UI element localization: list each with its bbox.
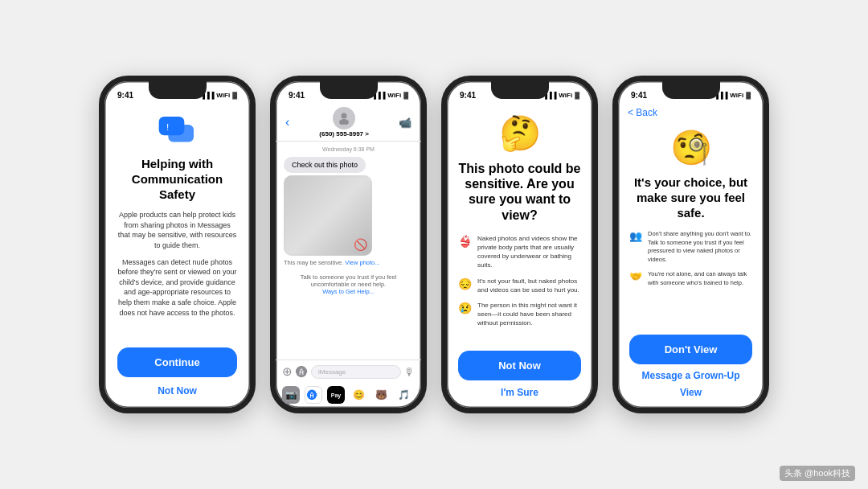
- music-icon[interactable]: 🎵: [395, 386, 412, 404]
- message-bubble-wrap: Check out this photo 🚫 This may be sensi…: [284, 157, 413, 266]
- apple-pay-icon[interactable]: Pay: [327, 386, 345, 404]
- time-2: 9:41: [289, 91, 305, 100]
- camera-icon[interactable]: ⊕: [282, 364, 293, 379]
- advice-item-1: 👥 Don't share anything you don't want to…: [629, 230, 752, 264]
- phone1-body1: Apple products can help protect kids fro…: [117, 210, 237, 250]
- warning-text-2: It's not your fault, but naked photos an…: [477, 277, 581, 294]
- warning-emoji-1: 👙: [458, 235, 472, 248]
- app-icon-wrap: !: [158, 115, 198, 149]
- messages-app-strip: 📷 🅐 Pay 😊 🐻 🎵: [276, 383, 421, 408]
- message-input[interactable]: iMessage: [311, 365, 401, 379]
- status-icons-4: ▐▐▐ WiFi ▓: [714, 92, 751, 99]
- battery-icon: ▓: [232, 92, 237, 99]
- warning-item-2: 😔 It's not your fault, but naked photos …: [458, 277, 581, 294]
- wifi-icon-2: WiFi: [387, 92, 401, 99]
- messages-nav: ‹ (650) 555-8997 > 📹: [276, 104, 421, 142]
- warning-text-1: Naked photos and videos show the private…: [477, 234, 581, 270]
- emoji-icon[interactable]: 😊: [350, 386, 367, 404]
- svg-text:🅐: 🅐: [307, 389, 317, 401]
- phone4-buttons: Don't View Message a Grown-Up View: [629, 335, 752, 398]
- advice-item-2: 🤝 You're not alone, and can always talk …: [629, 270, 752, 287]
- camera-app-icon[interactable]: 📷: [282, 386, 300, 404]
- video-call-icon[interactable]: 📹: [399, 117, 411, 129]
- audio-icon[interactable]: 🎙: [404, 366, 415, 378]
- message-photo[interactable]: 🚫: [284, 175, 372, 256]
- contact-info: (650) 555-8997 >: [319, 107, 369, 138]
- not-now-button-1[interactable]: Not Now: [158, 385, 197, 397]
- wifi-icon-3: WiFi: [559, 92, 572, 99]
- advice-emoji-2: 🤝: [629, 270, 642, 282]
- watermark: 头条 @hook科技: [780, 466, 855, 481]
- notch-4: [662, 81, 720, 99]
- warning-text-3: The person in this might not want it see…: [477, 301, 581, 328]
- status-icons-3: ▐▐▐ WiFi ▓: [542, 92, 579, 99]
- im-sure-button[interactable]: I'm Sure: [501, 387, 538, 398]
- advice-text-1: Don't share anything you don't want to. …: [648, 230, 752, 264]
- messages-toolbar: ⊕ 🅐 iMessage 🎙: [276, 360, 421, 383]
- phone4-nav: < Back: [618, 104, 764, 121]
- phone1-title: Helping with Communication Safety: [117, 157, 237, 202]
- appstore-icon[interactable]: 🅐: [305, 386, 322, 404]
- phone1-content-wrap: ! Helping with Communication Safety Appl…: [104, 104, 250, 408]
- notch-1: [149, 81, 207, 99]
- warning-item-1: 👙 Naked photos and videos show the priva…: [458, 234, 581, 270]
- message-grownup-button[interactable]: Message a Grown-Up: [629, 370, 752, 381]
- phone3-buttons: Not Now I'm Sure: [458, 351, 581, 398]
- wifi-icon-4: WiFi: [730, 92, 743, 99]
- warning-item-3: 😢 The person in this might not want it s…: [458, 301, 581, 328]
- contact-avatar: [333, 107, 355, 129]
- phone1-body2: Messages can detect nude photos before t…: [117, 257, 237, 318]
- message-bubble: Check out this photo: [284, 157, 366, 173]
- monocle-emoji: 🧐: [670, 128, 712, 167]
- view-photo-link[interactable]: View photo...: [345, 259, 379, 266]
- battery-icon-4: ▓: [746, 92, 751, 99]
- phone-2: 9:41 ▐▐▐ WiFi ▓ ‹ (650) 555-8997 > 📹: [270, 76, 427, 413]
- avatar-icon: [338, 112, 350, 125]
- phone-4: 9:41 ▐▐▐ WiFi ▓ < Back 🧐 It's your choic…: [612, 76, 769, 413]
- continue-button[interactable]: Continue: [117, 347, 237, 377]
- battery-icon-2: ▓: [403, 92, 408, 99]
- help-note: Talk to someone you trust if you feel un…: [284, 273, 413, 295]
- notch-2: [320, 81, 378, 99]
- status-icons-1: ▐▐▐ WiFi ▓: [200, 92, 237, 99]
- status-icons-2: ▐▐▐ WiFi ▓: [371, 92, 408, 99]
- view-button[interactable]: View: [629, 387, 752, 398]
- phone3-title: This photo could be sensitive. Are you s…: [458, 161, 581, 223]
- battery-icon-3: ▓: [575, 92, 579, 99]
- svg-rect-1: [168, 125, 194, 142]
- warning-list: 👙 Naked photos and videos show the priva…: [458, 234, 581, 351]
- apps-icon[interactable]: 🅐: [296, 365, 308, 379]
- notch-3: [491, 81, 549, 99]
- time-3: 9:41: [460, 91, 476, 100]
- thinking-emoji: 🤔: [499, 113, 541, 153]
- svg-point-3: [342, 113, 347, 119]
- not-now-button-3[interactable]: Not Now: [458, 351, 581, 380]
- sensitive-note: This may be sensitive. View photo...: [284, 259, 380, 266]
- back-arrow-icon[interactable]: ‹: [285, 115, 289, 129]
- phone4-title: It's your choice, but make sure you feel…: [629, 175, 752, 220]
- time-1: 9:41: [117, 91, 133, 100]
- messages-safety-icon: !: [158, 115, 198, 146]
- warning-emoji-2: 😔: [458, 277, 472, 290]
- advice-list: 👥 Don't share anything you don't want to…: [629, 230, 752, 327]
- dont-view-button[interactable]: Don't View: [629, 335, 752, 364]
- main-container: 9:41 ▐▐▐ WiFi ▓ ! Helping with Communica…: [75, 60, 793, 429]
- ways-to-help-link[interactable]: Ways to Get Help...: [322, 288, 375, 295]
- phone-3: 9:41 ▐▐▐ WiFi ▓ 🤔 This photo could be se…: [441, 76, 598, 413]
- back-button-4[interactable]: < Back: [628, 107, 657, 118]
- phone3-main: 🤔 This photo could be sensitive. Are you…: [447, 104, 592, 408]
- messages-body: Wednesday 6:38 PM Check out this photo 🚫…: [276, 142, 421, 360]
- memoji-icon[interactable]: 🐻: [372, 386, 390, 404]
- svg-text:!: !: [166, 121, 168, 132]
- warning-emoji-3: 😢: [458, 302, 472, 314]
- phone1-main: ! Helping with Communication Safety Appl…: [104, 104, 250, 408]
- wifi-icon: WiFi: [216, 92, 230, 99]
- time-4: 9:41: [631, 91, 647, 100]
- eye-slash-icon: 🚫: [354, 238, 367, 251]
- advice-emoji-1: 👥: [629, 230, 642, 242]
- phone-1: 9:41 ▐▐▐ WiFi ▓ ! Helping with Communica…: [99, 76, 256, 413]
- svg-point-4: [339, 119, 349, 125]
- advice-text-2: You're not alone, and can always talk wi…: [648, 270, 752, 287]
- message-date: Wednesday 6:38 PM: [284, 146, 413, 152]
- contact-phone[interactable]: (650) 555-8997 >: [319, 130, 369, 138]
